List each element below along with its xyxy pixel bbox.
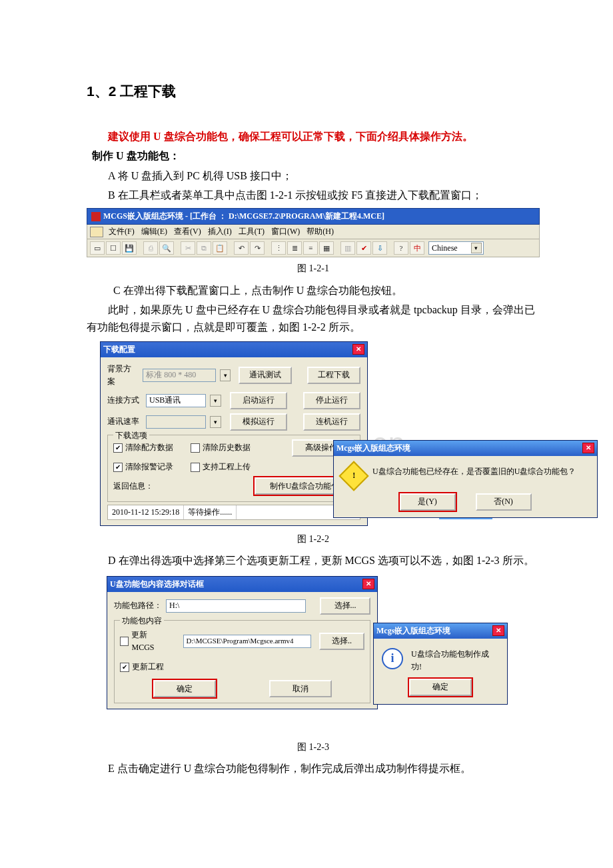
cb-clear-recipe[interactable]: ✔清除配方数据 bbox=[113, 441, 173, 454]
tool-undo-icon[interactable]: ↶ bbox=[234, 241, 249, 255]
close-icon[interactable]: ✕ bbox=[362, 579, 374, 589]
lang-combo-value: Chinese bbox=[432, 242, 458, 255]
grp-title: 下载选项 bbox=[113, 429, 149, 442]
lbl-rate: 通讯速率 bbox=[107, 415, 142, 428]
bg-value: 标准 800 * 480 bbox=[143, 369, 216, 382]
menu-insert[interactable]: 插入(I) bbox=[207, 225, 233, 238]
updmcgs-path: D:\MCGSE\Program\Mcgsce.armv4 bbox=[183, 635, 311, 648]
step-c-desc: 此时，如果原先 U 盘中已经存在 U 盘综合功能包得目录或者就是 tpcback… bbox=[87, 301, 540, 335]
fig2-caption: 图 1-2-2 bbox=[87, 532, 540, 547]
btn-projdl[interactable]: 工程下载 bbox=[307, 367, 360, 384]
cb3-label: 清除报警记录 bbox=[125, 461, 173, 473]
tool-lang-icon[interactable]: 中 bbox=[410, 241, 424, 255]
close-icon[interactable]: ✕ bbox=[492, 625, 504, 636]
tool-copy-icon[interactable]: ⧉ bbox=[197, 241, 211, 255]
chevron-down-icon[interactable]: ▾ bbox=[220, 369, 231, 381]
cb-support-upload[interactable]: 支持工程上传 bbox=[191, 461, 251, 473]
usb-content-dialog: U盘功能包内容选择对话框 ✕ 功能包路径： H:\ 选择... 功能包内容 更新… bbox=[107, 576, 378, 710]
cb2-label: 清除历史数据 bbox=[203, 441, 251, 454]
tool-misc3-icon[interactable]: ≡ bbox=[303, 241, 318, 255]
btn-sim[interactable]: 模拟运行 bbox=[230, 413, 287, 431]
toolbar: ▭ ☐ 💾 ⎙ 🔍 ✂ ⧉ 📋 ↶ ↷ ⋮ ≣ ≡ ▦ ▥ ✔ ⇩ ? 中 bbox=[87, 239, 540, 257]
tool-open-icon[interactable]: ☐ bbox=[106, 241, 121, 255]
step-d: D 在弹出得选项中选择第三个选项更新工程，更新 MCGS 选项可以不选，如图 1… bbox=[87, 552, 540, 569]
btn-ok2[interactable]: 确定 bbox=[409, 679, 472, 696]
cb-update-mcgs[interactable]: 更新MCGS bbox=[120, 629, 169, 654]
step-b: B 在工具栏或者菜单工具中点击图 1-2-1 示按钮或按 F5 直接进入下载配置… bbox=[87, 187, 540, 204]
status-text: 等待操作...... bbox=[184, 505, 237, 519]
decor-underline bbox=[439, 518, 492, 519]
menubar: 文件(F) 编辑(E) 查看(V) 插入(I) 工具(T) 窗口(W) 帮助(H… bbox=[87, 225, 540, 239]
menu-edit[interactable]: 编辑(E) bbox=[140, 225, 169, 238]
chevron-down-icon[interactable]: ▾ bbox=[471, 243, 482, 253]
dlg2-title: Mcgs嵌入版组态环境 bbox=[336, 442, 410, 455]
btn-stop[interactable]: 停止运行 bbox=[303, 392, 360, 409]
tool-misc4-icon[interactable]: ▦ bbox=[319, 241, 334, 255]
status-time: 2010-11-12 15:29:18 bbox=[108, 505, 184, 519]
mcgs-icon bbox=[91, 212, 101, 221]
step-e: E 点击确定进行 U 盘综合功能包得制作，制作完成后弹出成功制作得提示框。 bbox=[87, 760, 540, 777]
app-titlebar: MCGS嵌入版组态环境 - [工作台 ： D:\MCGSE7.2\PROGRAM… bbox=[87, 208, 540, 225]
tool-misc1-icon[interactable]: ⋮ bbox=[271, 241, 286, 255]
menu-view[interactable]: 查看(V) bbox=[173, 225, 203, 238]
chevron-down-icon[interactable]: ▾ bbox=[210, 395, 221, 407]
cb-clear-alarm[interactable]: ✔清除报警记录 bbox=[113, 461, 173, 473]
cb-update-project[interactable]: ✔更新工程 bbox=[120, 661, 164, 673]
section-heading: 1、2 工程下载 bbox=[87, 80, 540, 103]
dlgA-titlebar: U盘功能包内容选择对话框 ✕ bbox=[107, 577, 377, 592]
tool-print-icon[interactable]: ⎙ bbox=[143, 241, 158, 255]
warning-icon: ! bbox=[338, 461, 368, 491]
conn-value[interactable]: USB通讯 bbox=[146, 394, 206, 407]
tool-check-icon[interactable]: ✔ bbox=[356, 241, 371, 255]
tool-preview-icon[interactable]: 🔍 bbox=[159, 241, 174, 255]
btn-select-path[interactable]: 选择... bbox=[320, 597, 370, 615]
btn-yes-label: 是(Y) bbox=[418, 495, 437, 508]
close-icon[interactable]: ✕ bbox=[352, 344, 364, 355]
tool-help-icon[interactable]: ? bbox=[394, 241, 408, 255]
figure-1-2-2: www.yixin.com.cn 下载配置 ✕ 背景方案 标准 800 * 48… bbox=[100, 341, 520, 528]
btn-ok[interactable]: 确定 bbox=[153, 680, 216, 697]
btn-start[interactable]: 启动运行 bbox=[230, 392, 287, 409]
figure-1-2-1: MCGS嵌入版组态环境 - [工作台 ： D:\MCGSE7.2\PROGRAM… bbox=[87, 208, 540, 257]
content-group: 功能包内容 更新MCGS D:\MCGSE\Program\Mcgsce.arm… bbox=[114, 620, 370, 704]
tool-misc5-icon[interactable]: ▥ bbox=[340, 241, 355, 255]
cb4-label: 支持工程上传 bbox=[203, 461, 251, 473]
menu-tools[interactable]: 工具(T) bbox=[237, 225, 266, 238]
grpB-title: 功能包内容 bbox=[120, 615, 164, 627]
figure-1-2-3: U盘功能包内容选择对话框 ✕ 功能包路径： H:\ 选择... 功能包内容 更新… bbox=[107, 576, 516, 736]
menu-window[interactable]: 窗口(W) bbox=[270, 225, 301, 238]
dlg2-message: U盘综合功能包已经存在，是否覆盖旧的U盘综合功能包？ bbox=[372, 465, 576, 478]
btn-yes[interactable]: 是(Y) bbox=[400, 493, 456, 511]
rate-value bbox=[146, 415, 206, 429]
step-a: A 将 U 盘插入到 PC 机得 USB 接口中； bbox=[87, 167, 540, 185]
close-icon[interactable]: ✕ bbox=[582, 443, 594, 453]
intro-red: 建议使用 U 盘综合功能包，确保工程可以正常下载，下面介绍具体操作方法。 bbox=[87, 128, 540, 145]
tool-download-icon[interactable]: ⇩ bbox=[372, 241, 387, 255]
path-value[interactable]: H:\ bbox=[166, 599, 306, 613]
menu-help[interactable]: 帮助(H) bbox=[305, 225, 335, 238]
download-config-dialog: 下载配置 ✕ 背景方案 标准 800 * 480 ▾ 通讯测试 工程下载 连接方… bbox=[100, 341, 368, 527]
lang-combo[interactable]: Chinese ▾ bbox=[428, 241, 484, 255]
btn-cancel[interactable]: 取消 bbox=[269, 680, 332, 697]
cb-clear-history[interactable]: 清除历史数据 bbox=[191, 441, 251, 454]
dlgB-message: U盘综合功能包制作成功! bbox=[411, 648, 499, 673]
tool-save-icon[interactable]: 💾 bbox=[122, 241, 137, 255]
tool-misc2-icon[interactable]: ≣ bbox=[287, 241, 302, 255]
btn-select-mcgs[interactable]: 选择.. bbox=[319, 633, 364, 650]
btn-online[interactable]: 连机运行 bbox=[303, 413, 360, 431]
tool-cut-icon[interactable]: ✂ bbox=[181, 241, 195, 255]
dlg1-title: 下载配置 bbox=[103, 343, 135, 356]
btn-no[interactable]: 否(N) bbox=[476, 493, 532, 511]
app-title: MCGS嵌入版组态环境 - [工作台 ： D:\MCGSE7.2\PROGRAM… bbox=[103, 210, 384, 223]
dlg2-titlebar: Mcgs嵌入版组态环境 ✕ bbox=[334, 441, 597, 456]
btn-commtest[interactable]: 通讯测试 bbox=[239, 367, 292, 384]
fig1-caption: 图 1-2-1 bbox=[87, 261, 540, 276]
lbl-path: 功能包路径： bbox=[114, 599, 162, 612]
tool-paste-icon[interactable]: 📋 bbox=[213, 241, 227, 255]
dlgB-titlebar: Mcgs嵌入版组态环境 ✕ bbox=[374, 623, 507, 639]
menu-file[interactable]: 文件(F) bbox=[107, 225, 136, 238]
download-options-group: 下载选项 ✔清除配方数据 清除历史数据 高级操作.. ✔清除报警记录 支持工程上… bbox=[107, 435, 360, 502]
tool-new-icon[interactable]: ▭ bbox=[90, 241, 105, 255]
tool-redo-icon[interactable]: ↷ bbox=[250, 241, 265, 255]
chevron-down-icon[interactable]: ▾ bbox=[210, 416, 221, 428]
